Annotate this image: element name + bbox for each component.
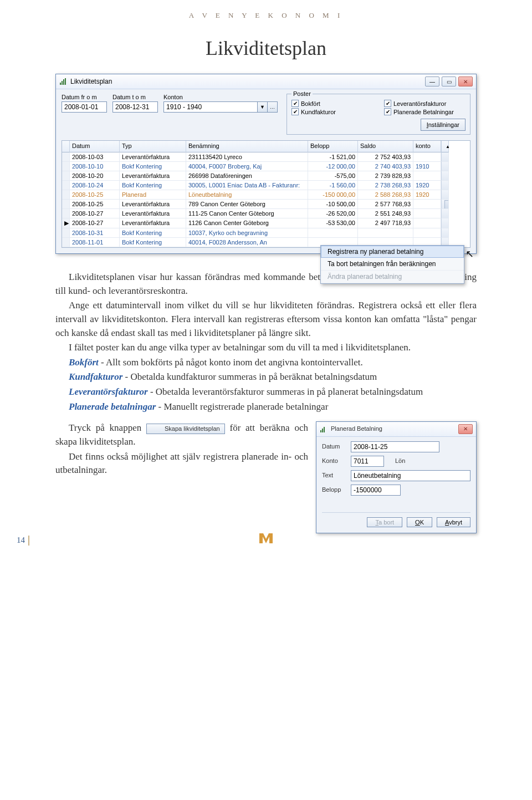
col-typ[interactable]: Typ xyxy=(120,141,186,152)
date-to-input[interactable] xyxy=(112,101,158,113)
close-button[interactable]: ✕ xyxy=(458,77,473,86)
d2-tabort-button: Ta bort xyxy=(367,517,402,527)
dialog-icon xyxy=(320,425,328,433)
svg-rect-5 xyxy=(322,429,323,432)
para-bokfort: Bokfört - Allt som bokförts på något kon… xyxy=(55,356,477,370)
p4a: Tryck på knappen xyxy=(69,422,146,433)
txt-plan: - Manuellt registrerade planerade betaln… xyxy=(156,401,328,412)
para-plan: Planerade betalningar - Manuellt registr… xyxy=(55,400,477,414)
table-row[interactable]: 2008-10-20Leverantörfaktura266998 Datafö… xyxy=(62,171,470,181)
table-row[interactable]: 2008-10-10Bokf Kontering40004, F0007 Bro… xyxy=(62,162,470,171)
check-bokfort-label: Bokfört xyxy=(301,100,320,107)
d2-konto-name: Lön xyxy=(395,457,405,466)
svg-rect-0 xyxy=(60,83,61,85)
d2-konto-input[interactable] xyxy=(351,456,384,467)
check-bokfort[interactable]: ✔Bokfört xyxy=(291,100,373,107)
window-title: Likviditetsplan xyxy=(70,78,112,85)
txt-bokfort: - Allt som bokförts på något konto inom … xyxy=(99,357,363,368)
poster-legend: Poster xyxy=(291,90,313,97)
table-row[interactable]: 2008-10-27Leverantörfaktura111-25 Canon … xyxy=(62,209,470,218)
para-kund: Kundfakturor - Obetalda kundfakturor sum… xyxy=(55,370,477,384)
dialog-title: Planerad Betalning xyxy=(331,425,382,434)
table-row[interactable]: 2008-10-03Leverantörfaktura2311135420 Ly… xyxy=(62,152,470,162)
grid-header: Datum Typ Benämning Belopp Saldo konto ▲ xyxy=(62,141,470,152)
para-5: Det finns också möjlighet att själv regi… xyxy=(55,450,308,477)
table-row[interactable]: 2008-10-24Bokf Kontering30005, L0001 Eni… xyxy=(62,181,470,190)
d2-text-input[interactable] xyxy=(351,470,470,481)
brand-header: A V E N Y E K O N O M I xyxy=(55,11,477,20)
planned-payment-dialog: Planerad Betalning ✕ Datum Konto Lön xyxy=(316,421,477,533)
svg-rect-2 xyxy=(63,79,64,85)
body-text: Likviditetsplanen visar hur kassan förän… xyxy=(55,271,477,533)
txt-lev: - Obetalda leverantörsfakturor summeras … xyxy=(148,386,423,397)
scroll-up-icon[interactable]: ▲ xyxy=(444,142,452,150)
date-from-label: Datum fr o m xyxy=(62,94,107,100)
page-title: Likviditetsplan xyxy=(55,37,477,60)
context-menu: Registrera ny planerad betalning Ta bort… xyxy=(320,245,464,284)
d2-konto-label: Konto xyxy=(322,457,346,466)
d2-belopp-label: Belopp xyxy=(322,486,346,495)
dialog-close-button[interactable]: ✕ xyxy=(458,424,473,434)
likviditetsplan-window: Likviditetsplan — ▭ ✕ Datum fr o m Datum… xyxy=(55,74,477,254)
maximize-button[interactable]: ▭ xyxy=(442,77,456,86)
date-to-label: Datum t o m xyxy=(112,94,158,100)
konton-input[interactable] xyxy=(163,101,258,113)
titlebar: Likviditetsplan — ▭ ✕ xyxy=(56,74,476,89)
table-row[interactable]: 2008-10-25PlaneradLöneutbetalning-150 00… xyxy=(62,190,470,200)
em-plan: Planerade betalningar xyxy=(69,401,156,412)
minimize-button[interactable]: — xyxy=(425,77,439,86)
em-kund: Kundfakturor xyxy=(69,371,122,382)
d2-datum-label: Datum xyxy=(322,442,346,451)
svg-rect-3 xyxy=(65,78,66,85)
d2-ok-button[interactable]: OK xyxy=(407,517,432,527)
table-row[interactable]: 2008-10-25Leverantörfaktura789 Canon Cen… xyxy=(62,200,470,209)
window-icon xyxy=(59,78,67,85)
col-datum[interactable]: Datum xyxy=(70,141,120,152)
konton-label: Konton xyxy=(163,94,278,100)
check-leverantor-label: Leverantörsfakturor xyxy=(393,100,446,107)
page-number: 14 xyxy=(17,536,33,546)
menu-remove-payment[interactable]: Ta bort betalningen från beräkningen xyxy=(321,258,464,271)
svg-rect-4 xyxy=(320,430,321,432)
check-kundfakturor[interactable]: ✔Kundfakturor xyxy=(291,108,373,115)
col-benamning[interactable]: Benämning xyxy=(186,141,308,152)
check-planerade-label: Planerade Betalningar xyxy=(393,109,454,115)
txt-kund: - Obetalda kundfakturor summeras in på b… xyxy=(122,371,377,382)
para-lev: Leverantörsfakturor - Obetalda leverantö… xyxy=(55,385,477,399)
para-2: Ange ett datumintervall inom vilket du v… xyxy=(55,299,477,340)
para-3: I fältet poster kan du ange vilka typer … xyxy=(55,341,477,355)
table-row[interactable]: ▶2008-10-27Leverantörfaktura1126 Canon C… xyxy=(62,218,470,228)
poster-group: Poster ✔Bokfört ✔Leverantörsfakturor ✔Ku… xyxy=(287,94,470,135)
table-row[interactable]: 2008-10-31Bokf Kontering10037, Kyrko och… xyxy=(62,228,470,238)
cursor-icon: ↖ xyxy=(466,248,474,260)
col-saldo[interactable]: Saldo xyxy=(358,141,413,152)
col-konto[interactable]: konto xyxy=(413,141,441,152)
svg-rect-1 xyxy=(62,81,63,85)
date-from-input[interactable] xyxy=(62,101,107,113)
d2-datum-input[interactable] xyxy=(351,441,439,452)
d2-avbryt-button[interactable]: Avbryt xyxy=(437,517,470,527)
menu-register-planned[interactable]: Registrera ny planerad betalning xyxy=(321,246,464,258)
check-leverantor[interactable]: ✔Leverantörsfakturor xyxy=(384,100,466,107)
create-plan-button[interactable]: Skapa likviditetsplan xyxy=(146,424,225,435)
settings-button[interactable]: IInställningarnställningar xyxy=(421,119,466,131)
svg-rect-6 xyxy=(324,427,325,432)
para-4: Tryck på knappen Skapa likviditetsplan f… xyxy=(55,421,308,449)
data-grid: Datum Typ Benämning Belopp Saldo konto ▲… xyxy=(62,140,470,248)
konton-dropdown-icon[interactable]: ▼ xyxy=(258,101,268,113)
footer-logo-icon xyxy=(258,532,274,548)
check-kundfakturor-label: Kundfakturor xyxy=(301,109,336,115)
col-belopp[interactable]: Belopp xyxy=(308,141,358,152)
em-lev: Leverantörsfakturor xyxy=(69,386,148,397)
menu-edit-planned: Ändra planerad betalning xyxy=(321,271,464,283)
d2-belopp-input[interactable] xyxy=(351,485,401,496)
d2-text-label: Text xyxy=(322,471,346,480)
check-planerade[interactable]: ✔Planerade Betalningar xyxy=(384,108,466,115)
konton-browse-button[interactable]: … xyxy=(268,101,278,113)
em-bokfort: Bokfört xyxy=(69,357,99,368)
